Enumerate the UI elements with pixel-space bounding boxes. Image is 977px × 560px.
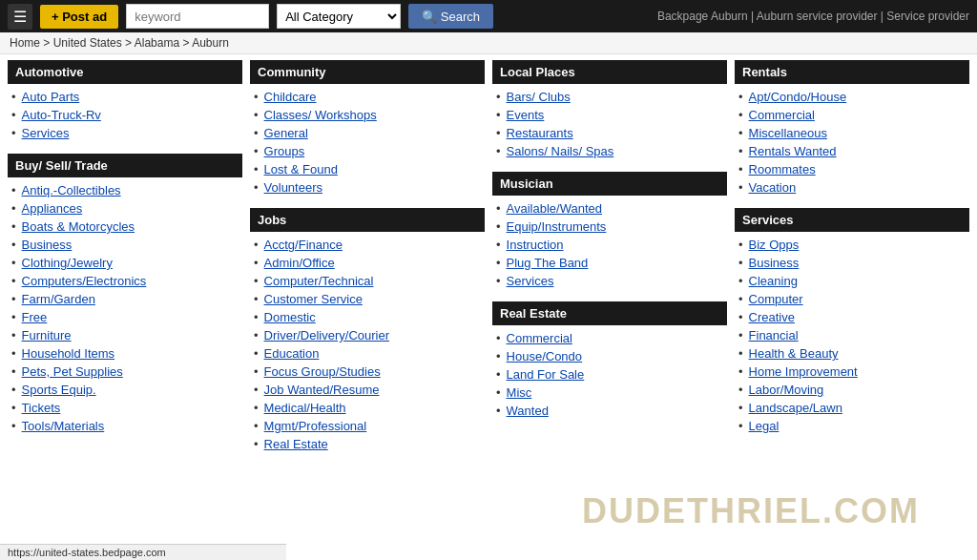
list-item-link[interactable]: Groups	[264, 144, 305, 158]
list-item-link[interactable]: Mgmt/Professional	[264, 419, 367, 433]
section-list-jobs: Acctg/FinanceAdmin/OfficeComputer/Techni…	[250, 236, 485, 453]
list-item-link[interactable]: Roommates	[749, 162, 816, 176]
list-item-link[interactable]: Computer/Technical	[264, 274, 374, 288]
list-item-link[interactable]: Financial	[749, 328, 799, 342]
list-item-link[interactable]: Miscellaneous	[749, 126, 827, 140]
list-item: Classes/ Workshops	[254, 106, 485, 124]
list-item-link[interactable]: Childcare	[264, 90, 317, 104]
list-item-link[interactable]: Education	[264, 346, 320, 361]
list-item-link[interactable]: Business	[22, 238, 73, 252]
list-item-link[interactable]: Computers/Electronics	[22, 274, 147, 288]
list-item-link[interactable]: Bars/ Clubs	[507, 90, 571, 104]
list-item-link[interactable]: Home Improvement	[749, 364, 858, 379]
list-item-link[interactable]: Equip/Instruments	[507, 219, 607, 234]
keyword-input[interactable]	[126, 4, 269, 29]
list-item-link[interactable]: Domestic	[264, 310, 316, 324]
breadcrumb-alabama[interactable]: Alabama	[135, 36, 179, 50]
list-item-link[interactable]: Household Items	[22, 346, 115, 361]
list-item-link[interactable]: Antiq.-Collectibles	[22, 183, 121, 197]
section-list-local-places: Bars/ ClubsEventsRestaurantsSalons/ Nail…	[492, 88, 727, 160]
list-item: Education	[254, 344, 485, 363]
list-item: Sports Equip.	[11, 381, 242, 399]
list-item: Roommates	[738, 160, 969, 178]
list-item: Driver/Delivery/Courier	[254, 326, 485, 344]
list-item-link[interactable]: House/Condo	[507, 349, 583, 363]
list-item-link[interactable]: Pets, Pet Supplies	[22, 364, 123, 379]
list-item-link[interactable]: Focus Group/Studies	[264, 364, 381, 379]
list-item-link[interactable]: Labor/Moving	[749, 383, 824, 397]
section-list-automotive: Auto PartsAuto-Truck-RvServices	[8, 88, 242, 142]
list-item: Labor/Moving	[738, 381, 969, 399]
list-item-link[interactable]: Volunteers	[264, 180, 322, 195]
list-item-link[interactable]: Instruction	[507, 238, 564, 252]
list-item-link[interactable]: Services	[507, 274, 554, 288]
list-item-link[interactable]: Creative	[749, 310, 795, 324]
list-item-link[interactable]: Computer	[749, 292, 803, 306]
search-button[interactable]: 🔍 Search	[408, 4, 493, 29]
list-item-link[interactable]: Land For Sale	[507, 367, 585, 382]
list-item-link[interactable]: Cleaning	[749, 274, 798, 288]
list-item-link[interactable]: Vacation	[749, 180, 797, 195]
list-item: Mgmt/Professional	[254, 417, 485, 435]
list-item-link[interactable]: Rentals Wanted	[749, 144, 837, 158]
list-item-link[interactable]: Legal	[749, 419, 780, 433]
list-item-link[interactable]: Health & Beauty	[749, 346, 839, 361]
breadcrumb-us[interactable]: United States	[53, 36, 122, 50]
list-item-link[interactable]: Tickets	[22, 401, 61, 415]
list-item-link[interactable]: Apt/Condo/House	[749, 90, 847, 104]
list-item: Home Improvement	[738, 363, 969, 381]
list-item-link[interactable]: Auto-Truck-Rv	[22, 108, 101, 122]
list-item-link[interactable]: Job Wanted/Resume	[264, 383, 380, 397]
list-item-link[interactable]: Customer Service	[264, 292, 363, 306]
col-rentals: RentalsApt/Condo/HouseCommercialMiscella…	[735, 60, 969, 465]
list-item-link[interactable]: Furniture	[22, 328, 72, 342]
list-item-link[interactable]: Classes/ Workshops	[264, 108, 377, 122]
list-item: Apt/Condo/House	[738, 88, 969, 106]
list-item-link[interactable]: Auto Parts	[22, 90, 80, 104]
list-item-link[interactable]: Free	[22, 310, 48, 324]
section-header-rentals: Rentals	[735, 60, 969, 84]
list-item-link[interactable]: Driver/Delivery/Courier	[264, 328, 389, 342]
list-item-link[interactable]: Landscape/Lawn	[749, 401, 842, 415]
list-item-link[interactable]: General	[264, 126, 308, 140]
list-item-link[interactable]: Commercial	[749, 108, 815, 122]
list-item: Available/Wanted	[496, 199, 727, 218]
section-list-rentals: Apt/Condo/HouseCommercialMiscellaneousRe…	[735, 88, 969, 197]
list-item: Pets, Pet Supplies	[11, 363, 242, 381]
list-item-link[interactable]: Appliances	[22, 201, 83, 216]
list-item: Antiq.-Collectibles	[11, 181, 242, 199]
list-item-link[interactable]: Business	[749, 256, 800, 270]
post-ad-button[interactable]: + Post ad	[40, 5, 118, 29]
list-item-link[interactable]: Acctg/Finance	[264, 238, 343, 252]
list-item-link[interactable]: Admin/Office	[264, 256, 335, 270]
list-item-link[interactable]: Tools/Materials	[22, 419, 105, 433]
menu-icon-button[interactable]: ☰	[8, 4, 32, 30]
list-item-link[interactable]: Sports Equip.	[22, 383, 96, 397]
list-item: Business	[738, 254, 969, 272]
list-item-link[interactable]: Real Estate	[264, 437, 328, 451]
list-item-link[interactable]: Wanted	[507, 404, 549, 418]
breadcrumb-auburn[interactable]: Auburn	[192, 36, 229, 50]
list-item-link[interactable]: Boats & Motorcycles	[22, 219, 135, 234]
section-list-buy-sell-trade: Antiq.-CollectiblesAppliancesBoats & Mot…	[8, 181, 242, 435]
category-select[interactable]: All Category	[277, 4, 401, 29]
list-item-link[interactable]: Clothing/Jewelry	[22, 256, 113, 270]
list-item: Health & Beauty	[738, 344, 969, 363]
list-item-link[interactable]: Medical/Health	[264, 401, 346, 415]
list-item-link[interactable]: Farm/Garden	[22, 292, 95, 306]
section-header-services: Services	[735, 208, 969, 232]
list-item: Miscellaneous	[738, 124, 969, 142]
list-item-link[interactable]: Services	[22, 126, 70, 140]
breadcrumb-home[interactable]: Home	[10, 36, 40, 50]
list-item-link[interactable]: Biz Opps	[749, 238, 800, 252]
list-item-link[interactable]: Events	[507, 108, 545, 122]
list-item-link[interactable]: Available/Wanted	[507, 201, 602, 216]
list-item-link[interactable]: Restaurants	[507, 126, 573, 140]
list-item-link[interactable]: Lost & Found	[264, 162, 338, 176]
list-item-link[interactable]: Plug The Band	[507, 256, 589, 270]
list-item-link[interactable]: Commercial	[507, 331, 572, 345]
topbar: ☰ + Post ad All Category 🔍 Search Backpa…	[0, 0, 977, 32]
list-item-link[interactable]: Misc	[507, 385, 532, 400]
list-item: Services	[11, 124, 242, 142]
list-item-link[interactable]: Salons/ Nails/ Spas	[507, 144, 614, 158]
